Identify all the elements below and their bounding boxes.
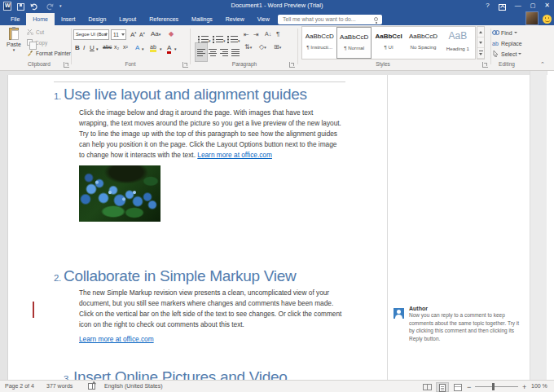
user-avatar[interactable] [525,11,539,25]
styles-more-icon [477,48,484,59]
heading-3: 3.Insert Online Pictures and Video [64,368,288,380]
web-layout-button[interactable] [451,382,464,392]
paste-button[interactable]: Paste ▾ [3,28,24,60]
page-indicator[interactable]: Page 2 of 4 [5,383,34,389]
font-color-button[interactable]: A [167,44,171,54]
highlight-button[interactable]: ab [150,44,156,52]
comment-author: Author [409,306,528,311]
strikethrough-button[interactable]: abc [103,44,112,50]
status-bar: Page 2 of 4 377 words English (United St… [0,380,554,392]
tab-view[interactable]: View [251,13,276,25]
language-indicator[interactable]: English (United States) [104,383,163,389]
superscript-button[interactable]: x² [123,44,128,50]
minimize-icon[interactable]: — [515,0,521,11]
tab-file[interactable]: File [4,13,26,25]
tab-insert[interactable]: Insert [55,13,82,25]
font-dialog-launcher[interactable] [182,62,188,68]
italic-button[interactable]: I [83,44,85,51]
highlight-arrow[interactable]: ▾ [160,44,162,51]
feedback-smiley-icon[interactable] [543,15,552,24]
style-heading1[interactable]: AaB Heading 1 [441,27,475,59]
tab-references[interactable]: References [143,13,185,25]
zoom-out-button[interactable]: − [467,383,471,391]
font-color-arrow[interactable]: ▾ [174,44,177,51]
cut-button[interactable]: Cut [27,29,44,35]
window-title: Document1 - Word Preview (Trial) [0,2,554,9]
paragraph-line: wrapping, the text moves around the pict… [79,118,341,129]
comment-line: Reply button. [409,335,528,343]
replace-button[interactable]: ab Replace [492,40,522,46]
tab-mailings[interactable]: Mailings [185,13,219,25]
styles-gallery-scroll[interactable] [477,26,485,59]
show-marks-button[interactable]: ¶ [276,30,279,37]
text-effects-button[interactable]: A [135,44,139,51]
align-center-button[interactable] [209,45,217,59]
zoom-slider-thumb[interactable] [492,383,495,390]
justify-button[interactable] [231,45,240,59]
change-case-button[interactable]: Aa▾ [151,30,160,37]
comment[interactable]: Author Now you can reply to a comment to… [394,306,528,342]
style-no-spacing[interactable]: AaBbCcD No Spacing [406,27,440,59]
read-mode-button[interactable] [420,382,433,392]
clear-formatting-button[interactable]: ◆ [169,30,174,37]
copy-icon [27,39,33,46]
office-link[interactable]: Learn more at office.com [197,151,272,159]
select-button[interactable]: Select [492,51,521,57]
format-painter-button[interactable]: Format Painter [27,50,71,56]
zoom-level[interactable]: 100 % [531,383,547,389]
tab-review[interactable]: Review [219,13,251,25]
subscript-button[interactable]: x₂ [114,44,119,50]
office-link[interactable]: Learn more at office.com [79,335,154,343]
change-marker[interactable] [33,302,34,318]
find-button[interactable]: Find [492,29,517,36]
numbering-button[interactable]: ▾ [213,31,226,46]
shrink-font-button[interactable]: A▾ [139,31,145,37]
print-layout-button[interactable] [436,382,449,392]
ribbon-display-icon[interactable] [499,4,506,11]
ribbon-tab-bar: File Home Insert Design Layout Reference… [0,13,554,25]
bold-button[interactable]: B [75,44,80,51]
collapse-ribbon-icon[interactable]: ⌃ [540,61,545,68]
proofing-icon[interactable] [88,383,95,390]
vertical-scrollbar[interactable] [530,71,547,380]
paragraph-line: document, but you still see markers wher… [79,298,333,309]
tab-layout[interactable]: Layout [112,13,143,25]
tell-me-input[interactable]: Tell me what you want to do... [278,15,382,24]
underline-arrow[interactable]: ▾ [96,44,99,51]
multilevel-list-button[interactable]: ▾ [227,31,240,46]
font-name-select[interactable]: Segoe UI (Bod [73,29,109,40]
flowers-image[interactable] [79,165,160,222]
text-effects-arrow[interactable]: ▾ [142,44,144,51]
clipboard-dialog-launcher[interactable] [64,62,69,68]
copy-button[interactable]: Copy [27,39,47,46]
align-right-button[interactable] [220,45,228,59]
line-spacing-button[interactable]: ⇅▾ [244,43,252,51]
zoom-in-button[interactable]: + [522,383,526,391]
close-icon[interactable]: ✕ [544,0,550,11]
styles-scroll-down-icon [477,37,484,48]
cut-icon [27,29,33,35]
shading-button[interactable]: ◇▾ [259,43,266,51]
style-normal[interactable]: AaBbCcD ¶ Normal [336,27,372,59]
decrease-indent-button[interactable]: ⇤ [244,31,249,38]
style-ui[interactable]: AaBbCcI ¶ UI [372,27,406,59]
zoom-slider-track[interactable] [475,386,518,387]
sort-button[interactable]: A↓ [265,31,271,37]
paste-icon [9,28,19,40]
underline-button[interactable]: U [90,44,95,51]
title-bar: ▾ Document1 - Word Preview (Trial) ? — ▢… [0,0,554,13]
tab-design[interactable]: Design [81,13,112,25]
paragraph-dialog-launcher[interactable] [289,62,295,68]
help-icon[interactable]: ? [486,0,489,11]
tab-home[interactable]: Home [26,13,55,25]
font-size-select[interactable]: 11 [111,29,126,40]
word-count[interactable]: 377 words [46,383,73,389]
lightbulb-icon [374,17,378,21]
increase-indent-button[interactable]: ⇥ [253,31,259,38]
style-instruction[interactable]: AaBbCcD ¶ Instructi... [302,27,336,59]
grow-font-button[interactable]: A▴ [130,30,136,38]
align-left-button[interactable] [196,43,207,61]
borders-button[interactable]: ⊞▾ [274,43,281,51]
document-page[interactable]: 1.Use live layout and alignment guides C… [9,75,387,380]
maximize-icon[interactable]: ▢ [530,0,536,11]
